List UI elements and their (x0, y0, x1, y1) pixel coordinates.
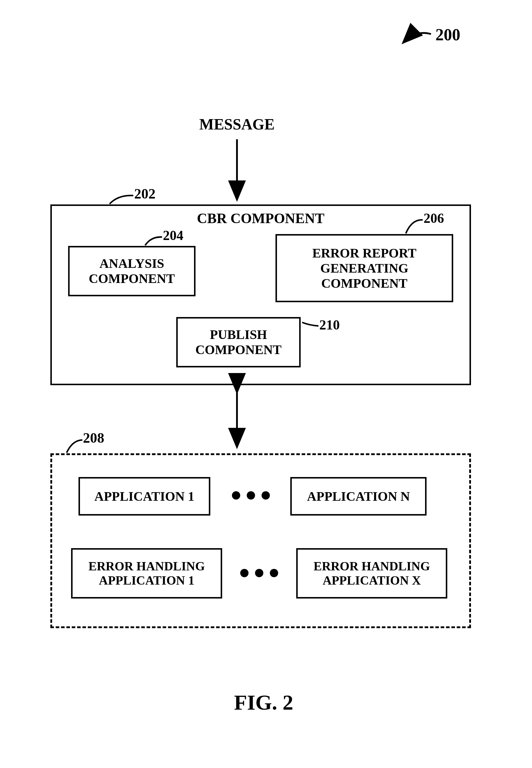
ref-206: 206 (424, 210, 444, 226)
application-1-label: APPLICATION 1 (94, 489, 195, 504)
error-handling-1-label: ERROR HANDLING APPLICATION 1 (73, 559, 221, 588)
figure-canvas: 200 MESSAGE CBR COMPONENT 202 ANALYSIS C… (0, 0, 532, 768)
figure-caption: FIG. 2 (204, 690, 323, 715)
ellipsis-icon (234, 569, 284, 577)
analysis-component-box: ANALYSIS COMPONENT (68, 246, 196, 296)
error-handling-x-box: ERROR HANDLING APPLICATION X (296, 548, 447, 599)
error-handling-1-box: ERROR HANDLING APPLICATION 1 (71, 548, 222, 599)
error-handling-x-label: ERROR HANDLING APPLICATION X (298, 559, 446, 588)
ref-210: 210 (319, 317, 340, 333)
error-generating-label: ERROR REPORT GENERATING COMPONENT (277, 246, 452, 291)
ref-208: 208 (83, 430, 104, 446)
analysis-label: ANALYSIS COMPONENT (70, 256, 194, 286)
ellipsis-icon (226, 491, 276, 500)
cbr-title: CBR COMPONENT (197, 210, 325, 226)
application-n-label: APPLICATION N (307, 489, 410, 504)
error-generating-box: ERROR REPORT GENERATING COMPONENT (275, 234, 453, 302)
publish-label: PUBLISH COMPONENT (178, 327, 299, 357)
application-1-box: APPLICATION 1 (78, 477, 210, 516)
ref-204: 204 (163, 228, 183, 243)
ref-200: 200 (435, 25, 460, 44)
ref-202: 202 (134, 185, 156, 202)
message-label: MESSAGE (178, 116, 296, 133)
application-n-box: APPLICATION N (290, 477, 427, 516)
publish-component-box: PUBLISH COMPONENT (176, 317, 301, 367)
